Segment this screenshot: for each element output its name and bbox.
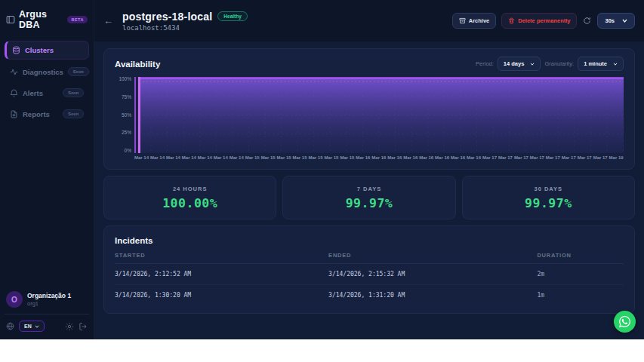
bottom-whitespace (0, 339, 644, 362)
stat-value: 100.00% (162, 196, 217, 210)
bell-icon (10, 89, 18, 97)
chart-x-axis: Mar 14Mar 14Mar 14Mar 14Mar 14Mar 14Mar … (134, 155, 624, 160)
org-row[interactable]: O Organização 1 org1 (6, 291, 88, 314)
file-icon (10, 110, 18, 118)
org-avatar: O (6, 291, 23, 308)
archive-icon (459, 17, 466, 24)
x-axis-tick: Mar 16 (356, 155, 370, 160)
globe-icon (6, 322, 14, 330)
x-axis-tick: Mar 16 (467, 155, 481, 160)
main-area: ← postgres-18-local Healthy localhost:54… (94, 0, 644, 339)
x-axis-tick: Mar 16 (403, 155, 418, 160)
uptime-stat-card: 24 HOURS100.00% (103, 176, 276, 219)
incident-ended: 3/14/2026, 1:31:20 AM (328, 292, 537, 299)
sidebar-header: Argus DBA BETA (0, 0, 94, 38)
app-window: Argus DBA BETA ClustersDiagnosticsSoonAl… (0, 0, 644, 362)
incidents-table: STARTEDENDEDDURATION3/14/2026, 2:12:52 A… (115, 252, 624, 305)
chart-y-axis: 100%75%50%25%0% (115, 77, 134, 153)
incident-duration: 2m (537, 271, 624, 278)
sidebar-item-label: Clusters (25, 46, 83, 54)
whatsapp-chat-button[interactable] (614, 311, 636, 333)
x-axis-tick: Mar 17 (593, 155, 608, 160)
column-header: ENDED (328, 252, 537, 259)
x-axis-tick: Mar 14 (182, 155, 196, 160)
sidebar-item-reports[interactable]: ReportsSoon (5, 105, 89, 123)
topbar: ← postgres-18-local Healthy localhost:54… (94, 0, 644, 41)
language-value: EN (24, 324, 32, 329)
period-label: Period: (476, 60, 494, 67)
org-id: org1 (27, 300, 71, 307)
x-axis-tick: Mar 16 (451, 155, 465, 160)
incident-row[interactable]: 3/14/2026, 2:12:52 AM3/14/2026, 2:15:32 … (115, 264, 624, 285)
uptime-stats-row: 24 HOURS100.00%7 DAYS99.97%30 DAYS99.97% (103, 176, 635, 219)
x-axis-tick: Mar 17 (578, 155, 592, 160)
soon-badge: Soon (63, 109, 84, 118)
sidebar-footer: O Organização 1 org1 EN (0, 285, 94, 339)
incidents-table-header: STARTEDENDEDDURATION (115, 252, 624, 264)
sidebar-item-clusters[interactable]: Clusters (5, 41, 89, 60)
x-axis-tick: Mar 17 (562, 155, 576, 160)
sidebar-item-diagnostics[interactable]: DiagnosticsSoon (5, 63, 89, 81)
trash-icon (508, 17, 515, 24)
soon-badge: Soon (68, 67, 89, 76)
refresh-interval-dropdown[interactable]: 30s (597, 13, 635, 29)
argus-dba-app: Argus DBA BETA ClustersDiagnosticsSoonAl… (0, 0, 644, 339)
y-axis-tick: 25% (122, 130, 131, 135)
x-axis-tick: Mar 15 (261, 155, 276, 160)
granularity-dropdown[interactable]: 1 minute (578, 57, 624, 71)
sidebar-item-label: Alerts (23, 89, 58, 97)
sidebar-item-label: Diagnostics (23, 68, 63, 76)
chevron-down-icon (613, 63, 618, 66)
beta-badge: BETA (67, 16, 88, 23)
x-axis-tick: Mar 15 (245, 155, 260, 160)
x-axis-tick: Mar 17 (546, 155, 560, 160)
availability-chart: 100%75%50%25%0% Mar 14Mar 14Mar 14Mar 14… (115, 77, 624, 160)
topbar-actions: Archive Delete permanently (452, 13, 635, 29)
delete-permanently-button[interactable]: Delete permanently (501, 13, 577, 29)
stat-value: 99.97% (525, 196, 572, 210)
x-axis-tick: Mar 15 (324, 155, 338, 160)
content-scroll-area[interactable]: Availability Period: 14 days Granularity… (94, 41, 644, 339)
x-axis-tick: Mar 15 (293, 155, 307, 160)
sidebar-footer-actions: EN (6, 314, 88, 332)
org-name: Organização 1 (27, 292, 71, 299)
x-axis-tick: Mar 14 (198, 155, 212, 160)
incidents-title: Incidents (115, 236, 624, 245)
uptime-stat-card: 7 DAYS99.97% (282, 176, 455, 219)
app-logo: Argus DBA (19, 9, 63, 30)
back-arrow-icon[interactable]: ← (100, 14, 116, 27)
page-title: postgres-18-local (122, 11, 212, 23)
x-axis-tick: Mar 15 (308, 155, 322, 160)
availability-card: Availability Period: 14 days Granularity… (103, 48, 635, 170)
chevron-down-icon (35, 325, 39, 328)
refresh-icon[interactable] (582, 17, 592, 25)
stat-label: 7 DAYS (357, 186, 381, 192)
sidebar-collapse-icon[interactable] (6, 15, 15, 24)
host-subtitle: localhost:5434 (122, 24, 248, 32)
incident-row[interactable]: 3/14/2026, 1:30:20 AM3/14/2026, 1:31:20 … (115, 285, 624, 305)
incidents-card: Incidents STARTEDENDEDDURATION3/14/2026,… (103, 225, 635, 314)
column-header: DURATION (537, 252, 624, 259)
x-axis-tick: Mar 14 (134, 155, 149, 160)
x-axis-tick: Mar 14 (230, 155, 244, 160)
settings-gear-icon[interactable] (65, 322, 74, 331)
incident-started: 3/14/2026, 1:30:20 AM (115, 292, 328, 299)
sidebar: Argus DBA BETA ClustersDiagnosticsSoonAl… (0, 0, 94, 339)
period-dropdown[interactable]: 14 days (498, 57, 541, 71)
chevron-down-icon (622, 19, 627, 23)
database-icon (12, 46, 20, 54)
archive-button[interactable]: Archive (452, 13, 497, 29)
whatsapp-icon (618, 315, 631, 328)
granularity-label: Granularity: (544, 60, 574, 67)
chart-controls: Period: 14 days Granularity: 1 minute (476, 57, 624, 71)
sidebar-item-alerts[interactable]: AlertsSoon (5, 84, 89, 102)
logout-icon[interactable] (79, 322, 88, 331)
x-axis-tick: Mar 16 (435, 155, 449, 160)
y-axis-tick: 75% (122, 95, 131, 100)
status-badge: Healthy (217, 11, 247, 21)
x-axis-tick: Mar 17 (498, 155, 513, 160)
language-selector[interactable]: EN (19, 321, 45, 332)
sidebar-nav: ClustersDiagnosticsSoonAlertsSoonReports… (0, 38, 94, 126)
x-axis-tick: Mar 15 (340, 155, 354, 160)
chevron-down-icon (530, 63, 535, 66)
